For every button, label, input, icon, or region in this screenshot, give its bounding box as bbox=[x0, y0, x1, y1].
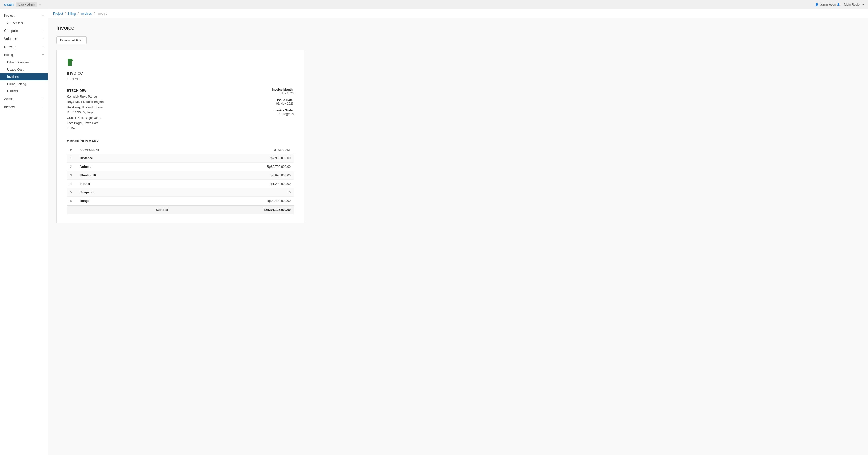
sidebar-item-billing-label: Billing bbox=[4, 53, 13, 57]
invoice-order: order #14 bbox=[67, 77, 294, 81]
main-content: Project / Billing / Invoices / Invoice I… bbox=[48, 9, 868, 455]
top-navigation: ozon ldap • admin ▾ 👤 admin-ozon 👤 Main … bbox=[0, 0, 868, 9]
row-cost: 0 bbox=[171, 188, 294, 197]
subtotal-value: IDR201,105,000.00 bbox=[171, 205, 294, 214]
summary-table: # COMPONENT TOTAL COST 1 Instance Rp7,99… bbox=[67, 146, 294, 214]
sidebar-item-identity[interactable]: Identity › bbox=[0, 103, 48, 111]
invoice-state-label: Invoice State: bbox=[272, 109, 294, 112]
row-component: Floating IP bbox=[77, 171, 171, 179]
region-selector[interactable]: Main Region ▾ bbox=[844, 3, 864, 6]
sidebar-item-balance-label: Balance bbox=[7, 89, 18, 93]
topnav-right: 👤 admin-ozon 👤 Main Region ▾ bbox=[815, 3, 864, 6]
row-cost: Rp89,790,000.00 bbox=[171, 162, 294, 171]
invoice-logo bbox=[67, 59, 74, 66]
content-area: Invoice Download PDF invoice order #14 B… bbox=[48, 18, 868, 229]
address-line-3: Belakang, Jl. Pandu Raya, bbox=[67, 105, 103, 110]
sidebar-item-compute[interactable]: Compute › bbox=[0, 27, 48, 35]
table-row: 1 Instance Rp7,995,000.00 bbox=[67, 154, 294, 163]
row-cost: Rp1,230,000.00 bbox=[171, 179, 294, 188]
sidebar-item-billing-setting-label: Billing Setting bbox=[7, 82, 26, 86]
breadcrumb-invoice: Invoice bbox=[97, 12, 107, 16]
invoice-card: invoice order #14 BTECH DEV Komplek Ruko… bbox=[56, 50, 304, 223]
region-arrow: ▾ bbox=[862, 3, 864, 6]
address-line-5: Gundil, Kec. Bogor Utara, bbox=[67, 115, 103, 120]
address-line-7: 16152 bbox=[67, 126, 103, 131]
invoice-state-row: Invoice State: In Progress bbox=[272, 109, 294, 116]
download-pdf-button[interactable]: Download PDF bbox=[56, 36, 87, 44]
sidebar-item-api-access-label: API Access bbox=[7, 21, 23, 25]
sidebar-item-volumes[interactable]: Volumes › bbox=[0, 35, 48, 42]
sidebar-item-network[interactable]: Network › bbox=[0, 42, 48, 51]
row-cost: Rp7,995,000.00 bbox=[171, 154, 294, 163]
chevron-right-icon: › bbox=[43, 97, 44, 100]
breadcrumb-sep-1: / bbox=[65, 12, 67, 16]
sidebar-item-billing-overview-label: Billing Overview bbox=[7, 60, 29, 64]
row-component: Image bbox=[77, 197, 171, 205]
user-icon: 👤 bbox=[815, 3, 819, 6]
sidebar: Project ▾ API Access Compute › Volumes ›… bbox=[0, 9, 48, 455]
breadcrumb-project[interactable]: Project bbox=[53, 12, 63, 16]
sidebar-item-volumes-label: Volumes bbox=[4, 37, 17, 40]
address-line-2: Raya No. 14, Ruko Bagian bbox=[67, 99, 103, 105]
invoice-details: Invoice Month: Nov 2023 Issue Date: 01 N… bbox=[272, 88, 294, 119]
table-row: 5 Snapshot 0 bbox=[67, 188, 294, 197]
invoice-month-row: Invoice Month: Nov 2023 bbox=[272, 88, 294, 95]
row-num: 5 bbox=[67, 188, 77, 197]
row-num: 2 bbox=[67, 162, 77, 171]
issue-date-value: 01 Nov 2023 bbox=[272, 102, 294, 106]
sidebar-item-network-label: Network bbox=[4, 45, 17, 49]
sidebar-item-project[interactable]: Project ▾ bbox=[0, 11, 48, 19]
sidebar-item-balance[interactable]: Balance bbox=[0, 88, 48, 95]
invoice-month-value: Nov 2023 bbox=[272, 91, 294, 95]
row-component: Router bbox=[77, 179, 171, 188]
username: admin-ozon bbox=[820, 3, 836, 6]
issue-date-row: Issue Date: 01 Nov 2023 bbox=[272, 98, 294, 106]
breadcrumb-sep-3: / bbox=[94, 12, 96, 16]
table-row: 2 Volume Rp89,790,000.00 bbox=[67, 162, 294, 171]
invoice-state-value: In Progress bbox=[272, 112, 294, 116]
col-component: COMPONENT bbox=[77, 146, 171, 154]
chevron-right-icon: › bbox=[43, 29, 44, 32]
sidebar-item-invoices-label: Invoices bbox=[7, 75, 19, 79]
row-num: 3 bbox=[67, 171, 77, 179]
sidebar-item-usage-cost-label: Usage Cost bbox=[7, 68, 24, 72]
col-total-cost: TOTAL COST bbox=[171, 146, 294, 154]
topnav-left: ozon ldap • admin ▾ bbox=[4, 2, 40, 7]
chevron-right-icon: › bbox=[43, 106, 44, 108]
breadcrumb-invoices[interactable]: Invoices bbox=[80, 12, 92, 16]
col-num: # bbox=[67, 146, 77, 154]
breadcrumb-billing[interactable]: Billing bbox=[67, 12, 76, 16]
chevron-right-icon: › bbox=[43, 37, 44, 40]
chevron-down-icon: ▾ bbox=[42, 14, 44, 17]
row-component: Instance bbox=[77, 154, 171, 163]
row-component: Volume bbox=[77, 162, 171, 171]
table-row: 6 Image Rp98,400,000.00 bbox=[67, 197, 294, 205]
row-num: 6 bbox=[67, 197, 77, 205]
table-row: 3 Floating IP Rp3,690,000.00 bbox=[67, 171, 294, 179]
sidebar-item-billing-overview[interactable]: Billing Overview bbox=[0, 59, 48, 66]
instance-arrow[interactable]: ▾ bbox=[39, 3, 40, 6]
table-row: 4 Router Rp1,230,000.00 bbox=[67, 179, 294, 188]
sidebar-item-admin[interactable]: Admin › bbox=[0, 95, 48, 103]
sidebar-item-usage-cost[interactable]: Usage Cost bbox=[0, 66, 48, 73]
sidebar-item-compute-label: Compute bbox=[4, 29, 18, 33]
sidebar-item-invoices[interactable]: Invoices bbox=[0, 73, 48, 80]
address-line-4: RT.01/RW.05, Tegal bbox=[67, 110, 103, 115]
company-name: BTECH DEV bbox=[67, 88, 103, 93]
logo: ozon bbox=[4, 2, 14, 7]
subtotal-label: Subtotal bbox=[67, 205, 171, 214]
sidebar-item-admin-label: Admin bbox=[4, 97, 14, 101]
chevron-down-icon: ▾ bbox=[42, 53, 44, 56]
sidebar-item-billing-setting[interactable]: Billing Setting bbox=[0, 80, 48, 88]
row-num: 4 bbox=[67, 179, 77, 188]
sidebar-item-api-access[interactable]: API Access bbox=[0, 19, 48, 27]
address-line-6: Kota Bogor, Jawa Barat bbox=[67, 120, 103, 126]
instance-selector[interactable]: ldap • admin bbox=[16, 2, 37, 7]
chevron-right-icon: › bbox=[43, 45, 44, 48]
row-component: Snapshot bbox=[77, 188, 171, 197]
sidebar-item-project-label: Project bbox=[4, 13, 14, 17]
user-menu[interactable]: 👤 admin-ozon 👤 bbox=[815, 3, 840, 6]
sidebar-item-billing[interactable]: Billing ▾ bbox=[0, 51, 48, 59]
issue-date-label: Issue Date: bbox=[272, 98, 294, 102]
breadcrumb-sep-2: / bbox=[78, 12, 80, 16]
